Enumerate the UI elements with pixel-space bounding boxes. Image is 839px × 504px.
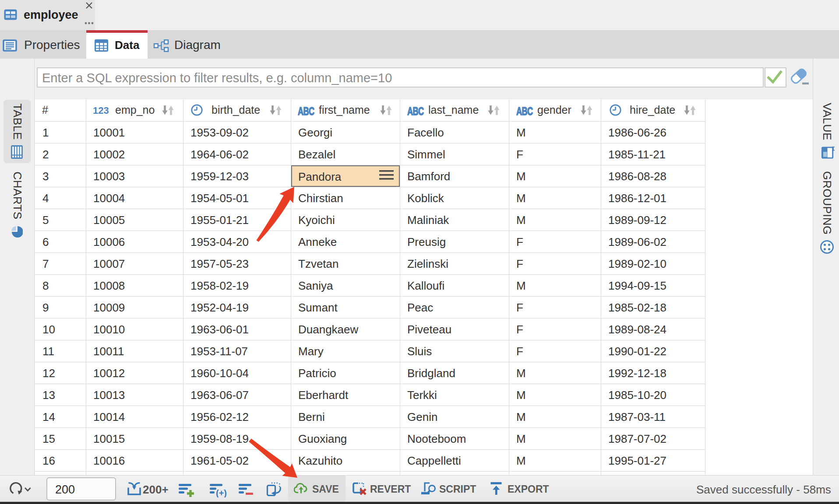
svg-text:(+): (+) — [216, 488, 227, 497]
